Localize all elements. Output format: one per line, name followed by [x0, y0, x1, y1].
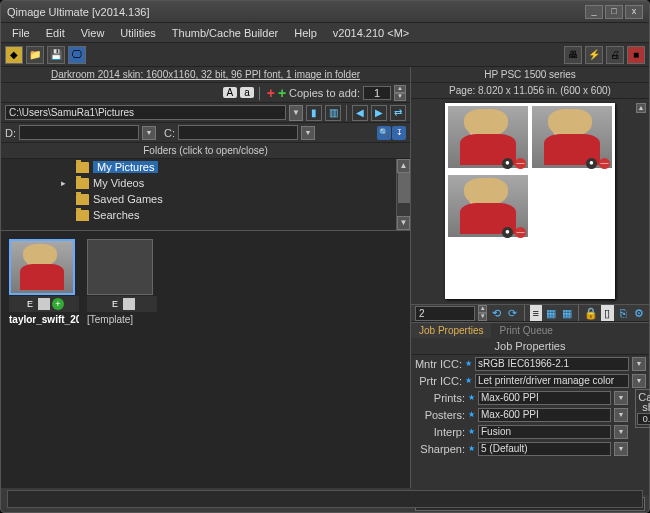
dropdown-icon[interactable]: ▼	[614, 391, 628, 405]
mode-a-lower-button[interactable]: a	[240, 87, 254, 98]
menu-edit[interactable]: Edit	[39, 25, 72, 41]
lock-icon[interactable]: 🔒	[584, 305, 598, 321]
prints-input[interactable]	[478, 391, 611, 405]
posters-label: Posters:	[417, 409, 465, 421]
mntr-label: Mntr ICC:	[414, 358, 462, 370]
view2-icon[interactable]: ▥	[325, 105, 341, 121]
info-bar[interactable]: Darkroom 2014 skin: 1600x1160, 32 bit, 9…	[1, 67, 410, 83]
thumb-controls: E	[87, 296, 157, 312]
drive-d-label: D:	[5, 127, 16, 139]
divider: │	[257, 87, 264, 99]
menu-thumbcache[interactable]: Thumb/Cache Builder	[165, 25, 285, 41]
shield-icon[interactable]: ◆	[5, 46, 23, 64]
dropdown-icon[interactable]: ▼	[614, 425, 628, 439]
dropdown-icon[interactable]: ▼	[632, 357, 646, 371]
canvas-input[interactable]	[637, 413, 650, 425]
edit-icon[interactable]: E	[24, 298, 36, 310]
dropdown-icon[interactable]: ▼	[632, 374, 646, 388]
placed-image-3[interactable]: ●—	[448, 175, 528, 237]
print-page[interactable]: ●— ●— ●—	[445, 103, 615, 299]
settings-icon[interactable]: ⚙	[632, 305, 645, 321]
page-icon[interactable]: ▯	[601, 305, 614, 321]
close-button[interactable]: x	[625, 5, 643, 19]
plus-icon[interactable]: +	[52, 298, 64, 310]
copies-stepper[interactable]: ▲▼	[394, 85, 406, 101]
save-icon[interactable]: 💾	[47, 46, 65, 64]
canvas-shrink-box: Canvas shrink %	[635, 389, 650, 428]
menu-help[interactable]: Help	[287, 25, 324, 41]
folder-row-videos[interactable]: ▸My Videos	[1, 175, 410, 191]
expand-icon[interactable]: ▸	[61, 178, 66, 188]
folder-row-pictures[interactable]: My Pictures	[1, 159, 410, 175]
menu-view[interactable]: View	[74, 25, 112, 41]
dropdown-icon[interactable]: ▼	[614, 408, 628, 422]
left-pane: Darkroom 2014 skin: 1600x1160, 32 bit, 9…	[1, 67, 411, 488]
remove-icon[interactable]: —	[515, 158, 526, 169]
menu-utilities[interactable]: Utilities	[113, 25, 162, 41]
folder-row-savedgames[interactable]: Saved Games	[1, 191, 410, 207]
bolt-icon[interactable]: ⚡	[585, 46, 603, 64]
menu-file[interactable]: File	[5, 25, 37, 41]
zoom-input[interactable]	[415, 306, 475, 321]
path-dropdown-icon[interactable]: ▼	[289, 105, 303, 121]
stop-icon[interactable]: ■	[627, 46, 645, 64]
star-icon: ★	[465, 376, 472, 385]
drive-c-dropdown[interactable]: ▼	[301, 126, 315, 140]
menu-version[interactable]: v2014.210 <M>	[326, 25, 416, 41]
tab-job-properties[interactable]: Job Properties	[411, 323, 491, 338]
prtr-input[interactable]	[475, 374, 629, 388]
folder-header: Folders (click to open/close)	[1, 143, 410, 159]
copies-label: Copies to add:	[289, 87, 360, 99]
remove-icon[interactable]: —	[599, 158, 610, 169]
mntr-input[interactable]	[475, 357, 629, 371]
grid-icon[interactable]: ▦	[545, 305, 558, 321]
placed-image-1[interactable]: ●—	[448, 106, 528, 168]
open-icon[interactable]: 📁	[26, 46, 44, 64]
fwd-icon[interactable]: ▶	[371, 105, 387, 121]
switch-icon[interactable]: ⇄	[390, 105, 406, 121]
grid2-icon[interactable]: ▦	[561, 305, 574, 321]
sharpen-input[interactable]	[478, 442, 611, 456]
minus-icon[interactable]: +	[267, 85, 275, 101]
folder-row-searches[interactable]: Searches	[1, 207, 410, 223]
zoom-stepper[interactable]: ▲▼	[478, 305, 487, 321]
list-icon[interactable]: ≡	[530, 305, 543, 321]
view1-icon[interactable]: ▮	[306, 105, 322, 121]
tab-print-queue[interactable]: Print Queue	[491, 323, 560, 338]
path-input[interactable]	[5, 105, 286, 120]
square-icon[interactable]	[38, 298, 50, 310]
zoom-in-icon[interactable]: ⟳	[506, 305, 519, 321]
copies-input[interactable]	[363, 86, 391, 100]
mode-a-upper-button[interactable]: A	[223, 87, 238, 98]
drive-d-input[interactable]	[19, 125, 139, 140]
minimize-button[interactable]: _	[585, 5, 603, 19]
thumbnail-template[interactable]: E [Template]	[87, 239, 157, 325]
monitor-icon[interactable]: 🖵	[68, 46, 86, 64]
dark-icon[interactable]: ●	[502, 227, 513, 238]
back-icon[interactable]: ◀	[352, 105, 368, 121]
preview-scrollbar[interactable]: ▲	[636, 103, 646, 300]
remove-icon[interactable]: —	[515, 227, 526, 238]
copy-icon[interactable]: ⎘	[617, 305, 630, 321]
zoom-out-icon[interactable]: ⟲	[490, 305, 503, 321]
dark-icon[interactable]: ●	[586, 158, 597, 169]
thumbnail-image[interactable]: E+ taylor_swift_20...	[9, 239, 79, 325]
folder-scrollbar[interactable]: ▲▼	[396, 159, 410, 230]
drive-d-dropdown[interactable]: ▼	[142, 126, 156, 140]
posters-input[interactable]	[478, 408, 611, 422]
plus-icon[interactable]: +	[278, 85, 286, 101]
print-icon[interactable]: 🖨	[606, 46, 624, 64]
find-icon[interactable]: 🔍	[377, 126, 391, 140]
printer-icon[interactable]: 🖶	[564, 46, 582, 64]
dark-icon[interactable]: ●	[502, 158, 513, 169]
find-down-icon[interactable]: ↧	[392, 126, 406, 140]
dropdown-icon[interactable]: ▼	[614, 442, 628, 456]
printer-label: HP PSC 1500 series	[411, 67, 649, 83]
main-area: Darkroom 2014 skin: 1600x1160, 32 bit, 9…	[1, 67, 649, 488]
placed-image-2[interactable]: ●—	[532, 106, 612, 168]
edit-icon[interactable]: E	[109, 298, 121, 310]
drive-c-input[interactable]	[178, 125, 298, 140]
interp-input[interactable]	[478, 425, 611, 439]
maximize-button[interactable]: □	[605, 5, 623, 19]
square-icon[interactable]	[123, 298, 135, 310]
